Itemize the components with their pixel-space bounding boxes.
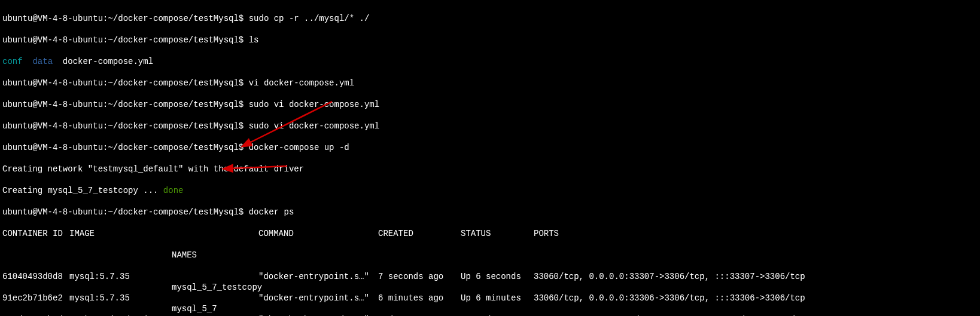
- ps-header-names: NAMES: [2, 250, 978, 260]
- col-created: CREATED: [378, 228, 461, 239]
- table-row: 91ec2b71b6e2mysql:5.7.35"docker-entrypoi…: [2, 293, 978, 303]
- line-cmd: ubuntu@VM-4-8-ubuntu:~/docker-compose/te…: [2, 13, 978, 24]
- line-output: Creating mysql_5_7_testcopy ... done: [2, 185, 978, 196]
- line-cmd: ubuntu@VM-4-8-ubuntu:~/docker-compose/te…: [2, 78, 978, 88]
- line-output: Creating network "testmysql_default" wit…: [2, 164, 978, 174]
- col-status: STATUS: [461, 228, 534, 239]
- line-cmd: ubuntu@VM-4-8-ubuntu:~/docker-compose/te…: [2, 207, 978, 217]
- col-cmd: COMMAND: [258, 228, 378, 239]
- table-row-name: mysql_5_7_testcopy: [2, 282, 978, 293]
- line-cmd: ubuntu@VM-4-8-ubuntu:~/docker-compose/te…: [2, 35, 978, 45]
- col-ports: PORTS: [534, 229, 559, 238]
- line-ls-output: conf data docker-compose.yml: [2, 56, 978, 67]
- line-cmd: ubuntu@VM-4-8-ubuntu:~/docker-compose/te…: [2, 99, 978, 110]
- table-row-name: mysql_5_7: [2, 303, 978, 314]
- table-row: 61040493d0d8mysql:5.7.35"docker-entrypoi…: [2, 271, 978, 282]
- ps-header: CONTAINER IDIMAGECOMMANDCREATEDSTATUSPOR…: [2, 228, 978, 239]
- col-id: CONTAINER ID: [2, 228, 69, 239]
- terminal-output[interactable]: ubuntu@VM-4-8-ubuntu:~/docker-compose/te…: [0, 0, 980, 316]
- line-cmd: ubuntu@VM-4-8-ubuntu:~/docker-compose/te…: [2, 142, 978, 153]
- col-image: IMAGE: [69, 228, 258, 239]
- line-cmd: ubuntu@VM-4-8-ubuntu:~/docker-compose/te…: [2, 121, 978, 131]
